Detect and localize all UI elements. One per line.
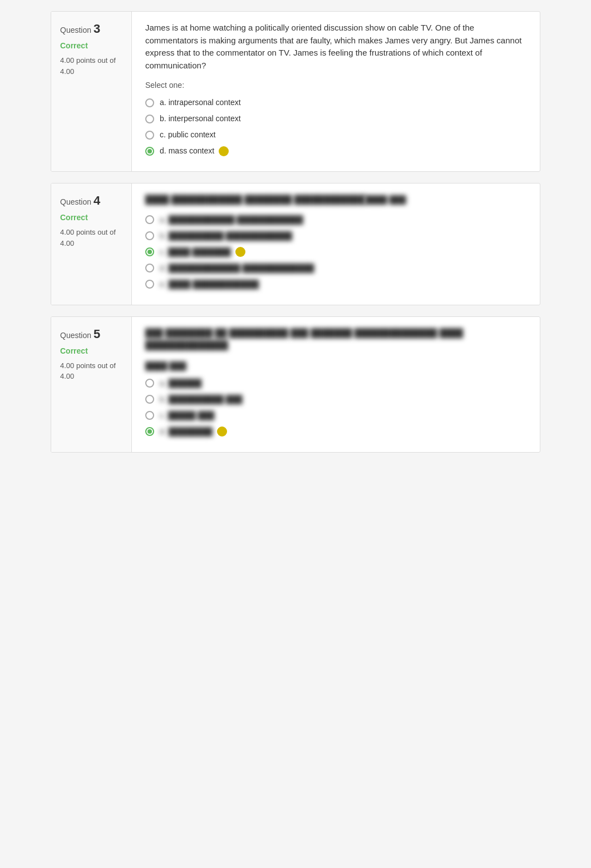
option-letter-q3-3: d. bbox=[160, 145, 166, 157]
question-number-q4: 4 bbox=[93, 191, 100, 210]
option-text-q4-1: ██████████ ████████████ bbox=[169, 230, 292, 242]
correct-marker-q5-3 bbox=[217, 426, 227, 437]
option-radio-q3-0[interactable] bbox=[145, 98, 154, 107]
option-radio-q5-2[interactable] bbox=[145, 411, 154, 420]
correct-label-q3: Correct bbox=[60, 40, 122, 52]
option-text-q5-0: ██████ bbox=[169, 378, 202, 389]
question-block-q5: Question5Correct4.00 points out of 4.00█… bbox=[51, 316, 540, 453]
question-label-q4: Question bbox=[60, 196, 91, 208]
option-item-q4-1[interactable]: b.██████████ ████████████ bbox=[145, 230, 526, 242]
options-list-q3: a.intrapersonal contextb.interpersonal c… bbox=[145, 97, 526, 157]
option-radio-q5-3[interactable] bbox=[145, 427, 154, 436]
option-radio-q3-2[interactable] bbox=[145, 131, 154, 140]
points-label-q5: 4.00 points out of 4.00 bbox=[60, 360, 122, 382]
option-letter-q3-2: c. bbox=[160, 129, 166, 141]
option-item-q3-1[interactable]: b.interpersonal context bbox=[145, 113, 526, 125]
question-sidebar-q4: Question4Correct4.00 points out of 4.00 bbox=[51, 183, 132, 305]
option-text-q3-1: interpersonal context bbox=[169, 113, 241, 125]
option-text-q4-3: █████████████ █████████████ bbox=[169, 262, 314, 274]
question-sidebar-q5: Question5Correct4.00 points out of 4.00 bbox=[51, 317, 132, 452]
option-radio-q4-2[interactable] bbox=[145, 247, 154, 256]
option-text-q3-3: mass context bbox=[169, 145, 214, 157]
option-radio-q3-3[interactable] bbox=[145, 147, 154, 156]
question-block-q4: Question4Correct4.00 points out of 4.00█… bbox=[51, 183, 540, 305]
option-text-q5-2: █████ ███ bbox=[168, 410, 214, 421]
option-item-q4-0[interactable]: a.████████████ ████████████ bbox=[145, 214, 526, 226]
question-label-q5: Question bbox=[60, 330, 91, 341]
option-letter-q4-3: d. bbox=[160, 262, 166, 274]
option-text-q4-2: ████ ███████ bbox=[168, 246, 231, 258]
option-text-q3-0: intrapersonal context bbox=[169, 97, 241, 108]
option-letter-q3-0: a. bbox=[160, 97, 166, 108]
option-radio-q5-1[interactable] bbox=[145, 395, 154, 404]
option-text-q5-3: ████████ bbox=[169, 426, 213, 438]
points-label-q3: 4.00 points out of 4.00 bbox=[60, 55, 122, 77]
option-letter-q5-1: b. bbox=[160, 394, 166, 405]
correct-marker-q3-3 bbox=[219, 146, 229, 156]
options-list-q4: a.████████████ ████████████b.██████████ … bbox=[145, 214, 526, 290]
option-text-q3-2: public context bbox=[168, 129, 216, 141]
option-letter-q4-1: b. bbox=[160, 230, 166, 242]
option-text-q4-4: ████ ████████████ bbox=[169, 279, 259, 290]
option-item-q4-2[interactable]: c.████ ███████ bbox=[145, 246, 526, 258]
option-radio-q4-3[interactable] bbox=[145, 264, 154, 272]
option-letter-q5-2: c. bbox=[160, 410, 166, 421]
question-block-q3: Question3Correct4.00 points out of 4.00J… bbox=[51, 11, 540, 172]
option-item-q3-0[interactable]: a.intrapersonal context bbox=[145, 97, 526, 108]
correct-label-q5: Correct bbox=[60, 345, 122, 357]
option-item-q3-3[interactable]: d.mass context bbox=[145, 145, 526, 157]
page-container: Question3Correct4.00 points out of 4.00J… bbox=[45, 0, 546, 475]
option-text-q4-0: ████████████ ████████████ bbox=[169, 214, 303, 226]
question-text-q5: ███ ████████ ██ ██████████ ███ ███████ █… bbox=[145, 327, 526, 352]
select-one-q4: ████ ███: bbox=[365, 194, 408, 206]
option-radio-q4-4[interactable] bbox=[145, 280, 154, 289]
option-item-q4-4[interactable]: e.████ ████████████ bbox=[145, 279, 526, 290]
option-radio-q4-1[interactable] bbox=[145, 231, 154, 240]
select-one-q3: Select one: bbox=[145, 80, 526, 91]
option-text-q5-1: ██████████ ███ bbox=[169, 394, 243, 405]
option-item-q4-3[interactable]: d.█████████████ █████████████ bbox=[145, 262, 526, 274]
options-list-q5: a.██████b.██████████ ███c.█████ ███d.███… bbox=[145, 378, 526, 438]
option-letter-q4-2: c. bbox=[160, 246, 166, 258]
question-number-q5: 5 bbox=[93, 325, 100, 343]
option-radio-q5-0[interactable] bbox=[145, 379, 154, 388]
select-one-q5: ████ ███: bbox=[145, 360, 188, 372]
question-number-q3: 3 bbox=[93, 19, 100, 38]
question-label-q3: Question bbox=[60, 24, 91, 36]
option-item-q5-3[interactable]: d.████████ bbox=[145, 426, 526, 438]
points-label-q4: 4.00 points out of 4.00 bbox=[60, 227, 122, 249]
question-content-q5: ███ ████████ ██ ██████████ ███ ███████ █… bbox=[132, 317, 540, 452]
correct-label-q4: Correct bbox=[60, 212, 122, 224]
question-text-q3: James is at home watching a politically … bbox=[145, 22, 526, 72]
option-item-q3-2[interactable]: c.public context bbox=[145, 129, 526, 141]
option-letter-q5-0: a. bbox=[160, 378, 166, 389]
correct-marker-q4-2 bbox=[235, 247, 245, 257]
question-sidebar-q3: Question3Correct4.00 points out of 4.00 bbox=[51, 12, 132, 171]
question-text-q4: ████ ████████████ ████████ ████████████ bbox=[145, 194, 365, 206]
option-letter-q5-3: d. bbox=[160, 426, 166, 438]
option-radio-q4-0[interactable] bbox=[145, 215, 154, 224]
option-item-q5-2[interactable]: c.█████ ███ bbox=[145, 410, 526, 421]
option-radio-q3-1[interactable] bbox=[145, 115, 154, 123]
option-item-q5-1[interactable]: b.██████████ ███ bbox=[145, 394, 526, 405]
question-content-q3: James is at home watching a politically … bbox=[132, 12, 540, 171]
option-letter-q4-0: a. bbox=[160, 214, 166, 226]
option-letter-q3-1: b. bbox=[160, 113, 166, 125]
option-letter-q4-4: e. bbox=[160, 279, 166, 290]
question-content-q4: ████ ████████████ ████████ █████████████… bbox=[132, 183, 540, 305]
option-item-q5-0[interactable]: a.██████ bbox=[145, 378, 526, 389]
